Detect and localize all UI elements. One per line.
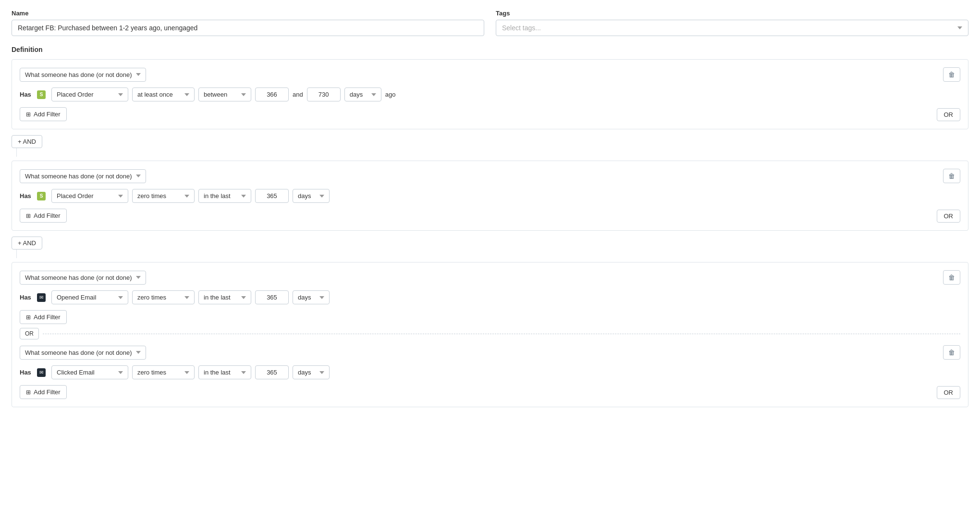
email-icon-3: ✉ bbox=[37, 293, 46, 302]
freq-select-2[interactable]: zero times at least once bbox=[132, 189, 195, 203]
add-filter-label-2: Add Filter bbox=[34, 212, 61, 219]
and-button-2[interactable]: + AND bbox=[12, 237, 42, 250]
has-label-1: Has bbox=[20, 91, 33, 98]
filter-icon-3: ⊞ bbox=[26, 314, 31, 321]
event-select-2[interactable]: Placed Order bbox=[51, 189, 128, 203]
has-label-2: Has bbox=[20, 192, 33, 200]
condition-block-3: What someone has done (or not done) Prop… bbox=[12, 262, 968, 407]
condition-type-select-2[interactable]: What someone has done (or not done) Prop… bbox=[20, 169, 146, 183]
condition-type-row-2: What someone has done (or not done) Prop… bbox=[20, 169, 960, 183]
and-connector-2: + AND bbox=[12, 233, 968, 262]
email-icon-4: ✉ bbox=[37, 368, 46, 377]
event-select-1[interactable]: Placed Order bbox=[51, 88, 128, 101]
condition-type-select-3[interactable]: What someone has done (or not done) Prop… bbox=[20, 271, 146, 285]
value1-input-3[interactable] bbox=[255, 290, 289, 304]
condition-type-row-1: What someone has done (or not done) Prop… bbox=[20, 67, 960, 82]
has-row-4: Has ✉ Clicked Email zero times at least … bbox=[20, 365, 960, 379]
freq-select-4[interactable]: zero times at least once bbox=[132, 365, 195, 379]
condition-footer-1: ⊞ Add Filter OR bbox=[20, 107, 960, 121]
condition-type-select-4[interactable]: What someone has done (or not done) Prop… bbox=[20, 346, 146, 360]
value1-input-1[interactable] bbox=[255, 88, 289, 101]
unit-select-1[interactable]: days weeks bbox=[344, 88, 381, 101]
condition-footer-2: ⊞ Add Filter OR bbox=[20, 209, 960, 223]
and-connector-1: + AND bbox=[12, 131, 968, 161]
when-select-3[interactable]: in the last between bbox=[198, 290, 251, 304]
value1-input-2[interactable] bbox=[255, 189, 289, 203]
freq-select-1[interactable]: at least once zero times bbox=[132, 88, 195, 101]
add-filter-button-2[interactable]: ⊞ Add Filter bbox=[20, 209, 67, 223]
condition-block-1: What someone has done (or not done) Prop… bbox=[12, 59, 968, 129]
name-label: Name bbox=[12, 10, 484, 17]
has-row-3: Has ✉ Opened Email zero times at least o… bbox=[20, 290, 960, 304]
or-button-1[interactable]: OR bbox=[937, 108, 961, 121]
inner-block-4: What someone has done (or not done) Prop… bbox=[20, 345, 960, 399]
unit-select-2[interactable]: days weeks bbox=[293, 189, 330, 203]
shopify-icon-2: S bbox=[37, 192, 46, 200]
add-filter-label-3: Add Filter bbox=[34, 313, 61, 321]
or-dashed-line-3 bbox=[43, 334, 960, 334]
name-input[interactable] bbox=[12, 20, 484, 36]
or-button-4[interactable]: OR bbox=[937, 386, 961, 399]
add-filter-button-1[interactable]: ⊞ Add Filter bbox=[20, 107, 67, 121]
condition-type-row-4: What someone has done (or not done) Prop… bbox=[20, 345, 960, 360]
header-row: Name Tags Select tags... bbox=[12, 10, 968, 36]
tags-select[interactable]: Select tags... bbox=[496, 20, 968, 36]
filter-icon-4: ⊞ bbox=[26, 389, 31, 396]
or-button-2[interactable]: OR bbox=[937, 210, 961, 223]
shopify-icon-1: S bbox=[37, 90, 46, 99]
value1-input-4[interactable] bbox=[255, 365, 289, 379]
name-section: Name bbox=[12, 10, 484, 36]
add-filter-label-1: Add Filter bbox=[34, 111, 61, 118]
when-select-2[interactable]: in the last between bbox=[198, 189, 251, 203]
add-filter-button-4[interactable]: ⊞ Add Filter bbox=[20, 385, 67, 399]
has-label-4: Has bbox=[20, 369, 33, 376]
when-select-1[interactable]: between in the last bbox=[198, 88, 251, 101]
vertical-line-2 bbox=[16, 250, 17, 258]
condition-type-row-3: What someone has done (or not done) Prop… bbox=[20, 270, 960, 285]
definition-label: Definition bbox=[12, 46, 968, 53]
delete-button-2[interactable]: 🗑 bbox=[943, 169, 960, 183]
tags-section: Tags Select tags... bbox=[496, 10, 968, 36]
has-row-2: Has S Placed Order zero times at least o… bbox=[20, 189, 960, 203]
vertical-line-1 bbox=[16, 148, 17, 157]
filter-icon-1: ⊞ bbox=[26, 111, 31, 118]
condition-footer-4: ⊞ Add Filter OR bbox=[20, 385, 960, 399]
when-select-4[interactable]: in the last between bbox=[198, 365, 251, 379]
tags-label: Tags bbox=[496, 10, 968, 17]
has-label-3: Has bbox=[20, 294, 33, 301]
value2-input-1[interactable] bbox=[307, 88, 341, 101]
delete-button-4[interactable]: 🗑 bbox=[943, 345, 960, 360]
delete-button-3[interactable]: 🗑 bbox=[943, 270, 960, 285]
add-filter-label-4: Add Filter bbox=[34, 388, 61, 396]
condition-type-select-1[interactable]: What someone has done (or not done) Prop… bbox=[20, 68, 146, 82]
or-separator-3: OR bbox=[20, 328, 960, 339]
unit-select-4[interactable]: days weeks bbox=[293, 365, 330, 379]
filter-icon-2: ⊞ bbox=[26, 212, 31, 219]
delete-button-1[interactable]: 🗑 bbox=[943, 67, 960, 82]
condition-block-2: What someone has done (or not done) Prop… bbox=[12, 161, 968, 231]
or-badge-3[interactable]: OR bbox=[20, 328, 39, 339]
freq-select-3[interactable]: zero times at least once bbox=[132, 290, 195, 304]
event-select-4[interactable]: Clicked Email bbox=[51, 365, 128, 379]
unit-select-3[interactable]: days weeks bbox=[293, 290, 330, 304]
and-button-1[interactable]: + AND bbox=[12, 135, 42, 148]
ago-text-1: ago bbox=[385, 91, 396, 98]
event-select-3[interactable]: Opened Email bbox=[51, 290, 128, 304]
page-container: Name Tags Select tags... Definition What… bbox=[12, 10, 968, 407]
add-filter-button-3[interactable]: ⊞ Add Filter bbox=[20, 310, 67, 324]
has-row-1: Has S Placed Order at least once zero ti… bbox=[20, 88, 960, 101]
and-text-1: and bbox=[293, 91, 303, 98]
